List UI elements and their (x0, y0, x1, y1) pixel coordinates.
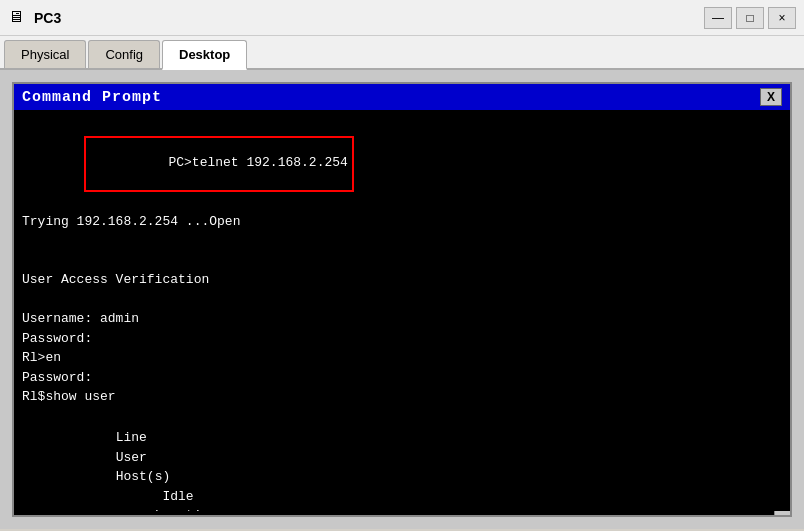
terminal-line-blank-2 (22, 251, 782, 271)
terminal-line-pw1: Password: (22, 329, 782, 349)
terminal-line-uav: User Access Verification (22, 270, 782, 290)
terminal-line-cmd: PC>telnet 192.168.2.254 (22, 116, 782, 212)
tab-physical[interactable]: Physical (4, 40, 86, 68)
tab-config[interactable]: Config (88, 40, 160, 68)
cmd-highlight-box: PC>telnet 192.168.2.254 (84, 136, 353, 193)
terminal-line-username: Username: admin (22, 309, 782, 329)
cmd-text: PC>telnet 192.168.2.254 (168, 155, 347, 170)
col-location: Location (84, 506, 204, 511)
terminal-line-pw2: Password: (22, 368, 782, 388)
title-bar: 🖥 PC3 — □ × (0, 0, 804, 36)
window-controls: — □ × (704, 7, 796, 29)
terminal-line-1: Trying 192.168.2.254 ...Open (22, 212, 782, 232)
cmd-close-button[interactable]: X (760, 88, 782, 106)
terminal-line-en: Rl>en (22, 348, 782, 368)
col-line: Line (84, 428, 174, 448)
col-user: User (84, 448, 164, 468)
main-content: Command Prompt X PC>telnet 192.168.2.254… (0, 70, 804, 529)
col-idle: Idle (84, 487, 204, 507)
close-button[interactable]: × (768, 7, 796, 29)
maximize-button[interactable]: □ (736, 7, 764, 29)
cmd-title: Command Prompt (22, 89, 162, 106)
cmd-window: Command Prompt X PC>telnet 192.168.2.254… (12, 82, 792, 517)
tab-bar: Physical Config Desktop (0, 36, 804, 70)
col-host: Host(s) (84, 467, 204, 487)
minimize-button[interactable]: — (704, 7, 732, 29)
app-icon: 🖥 (8, 8, 28, 28)
terminal[interactable]: PC>telnet 192.168.2.254 Trying 192.168.2… (14, 110, 790, 511)
tab-desktop[interactable]: Desktop (162, 40, 247, 70)
terminal-line-blank-3 (22, 290, 782, 310)
terminal-line-show: Rl$show user (22, 387, 782, 407)
cmd-title-bar: Command Prompt X (14, 84, 790, 110)
window-title: PC3 (34, 10, 704, 26)
terminal-line-blank-1 (22, 231, 782, 251)
table-headers: Line User Host(s) Idle Location (22, 409, 782, 511)
